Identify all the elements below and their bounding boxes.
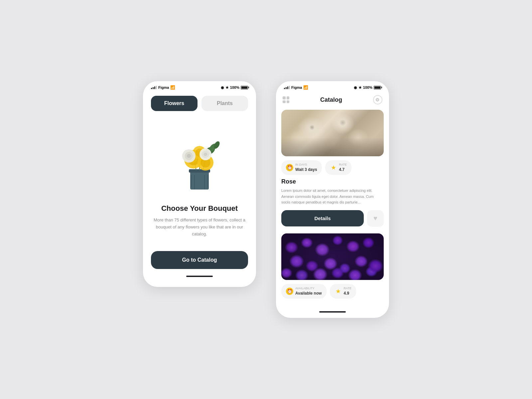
rose-image <box>281 110 384 156</box>
screen-container: Figma 📶 ◉ ★ 100% Flowers Plants <box>130 68 402 331</box>
phone1-content: Flowers Plants <box>143 92 256 287</box>
card-meta-rose: ⏰ IN DAYS Wait 3 days ★ RATE 4.7 <box>281 160 384 175</box>
signal-bar-2 <box>286 87 287 89</box>
card-desc-rose: Lorem ipsum dolor sit amet, consectetuer… <box>281 188 384 205</box>
card-name-rose: Rose <box>281 178 384 185</box>
home-indicator-2 <box>319 311 346 313</box>
catalog-header: Catalog ⚙ <box>276 92 389 110</box>
svg-rect-0 <box>190 170 209 190</box>
signal-bar-4 <box>156 86 157 89</box>
rating-chip-purple: ★ RATE 4.9 <box>330 284 356 299</box>
time-value-rose: Wait 3 days <box>295 167 317 172</box>
tab-plants[interactable]: Plants <box>201 96 248 111</box>
battery-percent: 100% <box>230 85 239 89</box>
tab-flowers[interactable]: Flowers <box>151 96 198 111</box>
rating-label-purple: RATE <box>344 287 351 290</box>
wifi-icon-2: 📶 <box>303 85 308 90</box>
signal-bar-1 <box>151 88 152 89</box>
svg-point-21 <box>187 154 191 158</box>
signal-bars <box>151 86 157 89</box>
carrier-name: Figma <box>158 85 169 89</box>
clock-icon-rose: ⏰ <box>286 164 293 171</box>
battery-icon: ★ <box>225 85 229 90</box>
time-label-rose: IN DAYS <box>295 163 317 166</box>
card-meta-purple: ⏰ AVAILABILITY Available now ★ RATE 4.9 <box>281 284 384 299</box>
carrier-name-2: Figma <box>291 85 302 89</box>
card-actions-rose: Details ♥ <box>281 210 384 227</box>
status-bar-1: Figma 📶 ◉ ★ 100% <box>143 81 256 92</box>
rating-chip-rose: ★ RATE 4.7 <box>325 160 351 175</box>
flower-card-rose: ⏰ IN DAYS Wait 3 days ★ RATE 4.7 Rose Lo… <box>276 110 389 233</box>
flower-card-purple: ⏰ AVAILABILITY Available now ★ RATE 4.9 <box>276 233 389 307</box>
details-button-rose[interactable]: Details <box>281 210 364 226</box>
home-indicator <box>186 276 213 277</box>
phone-1: Figma 📶 ◉ ★ 100% Flowers Plants <box>143 81 256 287</box>
home-text: Choose Your Bouquet More than 75 differe… <box>151 204 248 237</box>
rating-label-rose: RATE <box>339 163 347 166</box>
tab-bar: Flowers Plants <box>151 96 248 111</box>
grid-icon[interactable] <box>283 96 289 103</box>
battery-2 <box>374 86 381 89</box>
signal-bars-2 <box>284 86 290 89</box>
time-chip-rose: ⏰ IN DAYS Wait 3 days <box>281 160 322 175</box>
purple-image <box>281 233 384 280</box>
settings-icon[interactable]: ⚙ <box>373 95 382 104</box>
home-title: Choose Your Bouquet <box>151 204 248 213</box>
time-value-purple: Available now <box>295 291 322 296</box>
purple-background <box>281 233 384 280</box>
rating-value-purple: 4.9 <box>344 291 349 296</box>
battery-percent-2: 100% <box>363 85 372 89</box>
svg-point-24 <box>204 153 207 156</box>
battery-fill <box>241 86 247 89</box>
heart-button-rose[interactable]: ♥ <box>367 210 384 227</box>
star-icon-purple: ★ <box>334 288 342 295</box>
time-chip-purple: ⏰ AVAILABILITY Available now <box>281 284 327 299</box>
wifi-icon: 📶 <box>170 85 175 90</box>
battery-fill-2 <box>374 86 380 89</box>
battery <box>241 86 248 89</box>
catalog-title: Catalog <box>320 96 342 103</box>
signal-bar-2 <box>153 87 154 89</box>
status-bar-2: Figma 📶 ◉ ★ 100% <box>276 81 389 92</box>
signal-bar-1 <box>284 88 285 89</box>
bluetooth-icon-2: ◉ <box>354 85 357 90</box>
time-label-purple: AVAILABILITY <box>295 287 322 290</box>
battery-icon-2: ★ <box>358 85 362 90</box>
home-subtitle: More than 75 different types of flowers,… <box>151 217 248 237</box>
bouquet-illustration <box>151 121 248 194</box>
clock-icon-purple: ⏰ <box>286 288 293 295</box>
phone-2: Figma 📶 ◉ ★ 100% Catalog ⚙ <box>276 81 389 318</box>
bluetooth-icon: ◉ <box>221 85 224 90</box>
go-to-catalog-button[interactable]: Go to Catalog <box>151 251 248 269</box>
rating-value-rose: 4.7 <box>339 167 345 172</box>
rose-background <box>281 110 384 156</box>
signal-bar-4 <box>289 86 290 89</box>
star-icon-rose: ★ <box>330 164 337 171</box>
signal-bar-3 <box>154 86 155 89</box>
signal-bar-3 <box>287 86 288 89</box>
